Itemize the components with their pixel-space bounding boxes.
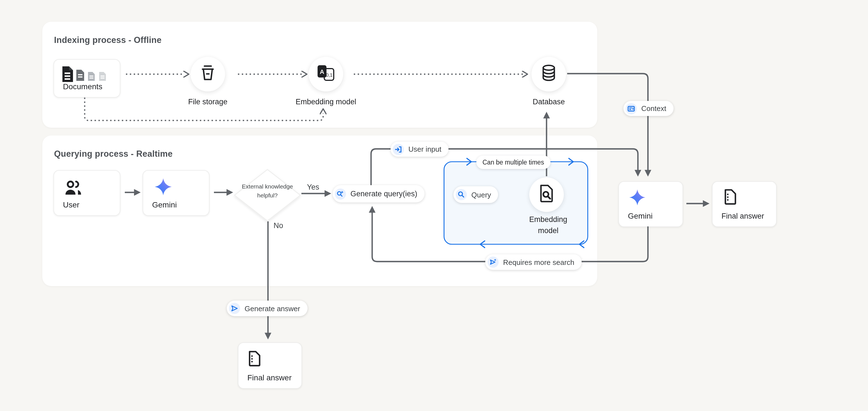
send-icon bbox=[229, 303, 240, 314]
query-pill: Query bbox=[454, 186, 498, 203]
no-label: No bbox=[274, 222, 283, 230]
dashed-connectors bbox=[85, 74, 523, 120]
yes-label: Yes bbox=[307, 183, 319, 191]
requires-more-search-badge: Requires more search bbox=[485, 254, 582, 270]
doc-search-icon bbox=[538, 184, 555, 205]
requires-more-search-label: Requires more search bbox=[503, 258, 575, 266]
user-input-badge: User input bbox=[391, 142, 449, 157]
query-pill-label: Query bbox=[471, 190, 491, 199]
query-embedding-model-label: Embedding model bbox=[520, 214, 576, 237]
context-article-icon bbox=[626, 103, 637, 114]
rag-architecture-diagram: Indexing process - Offline Querying proc… bbox=[0, 0, 868, 411]
decision-text: External knowledge helpful? bbox=[241, 182, 293, 200]
login-icon bbox=[393, 144, 404, 155]
context-badge-label: Context bbox=[641, 104, 666, 113]
search-icon bbox=[456, 189, 467, 200]
generate-answer-badge: Generate answer bbox=[227, 301, 307, 316]
generate-queries-pill: Generate query(ies) bbox=[333, 185, 425, 202]
arrow-documents-to-embedding-loop bbox=[85, 97, 323, 120]
send-sparkle-icon bbox=[488, 257, 499, 268]
generate-queries-label: Generate query(ies) bbox=[350, 189, 417, 198]
query-embedding-model-node bbox=[529, 177, 564, 212]
generate-answer-label: Generate answer bbox=[245, 304, 300, 313]
line-database-context-to-gemini bbox=[567, 74, 648, 171]
context-badge: Context bbox=[623, 101, 674, 116]
can-be-multiple-times-label: Can be multiple times bbox=[483, 159, 544, 166]
user-input-badge-label: User input bbox=[408, 145, 441, 153]
connector-layer bbox=[0, 0, 868, 411]
solid-connectors bbox=[125, 74, 704, 334]
can-be-multiple-times-badge: Can be multiple times bbox=[476, 155, 550, 169]
search-sparkle-icon bbox=[335, 188, 346, 199]
